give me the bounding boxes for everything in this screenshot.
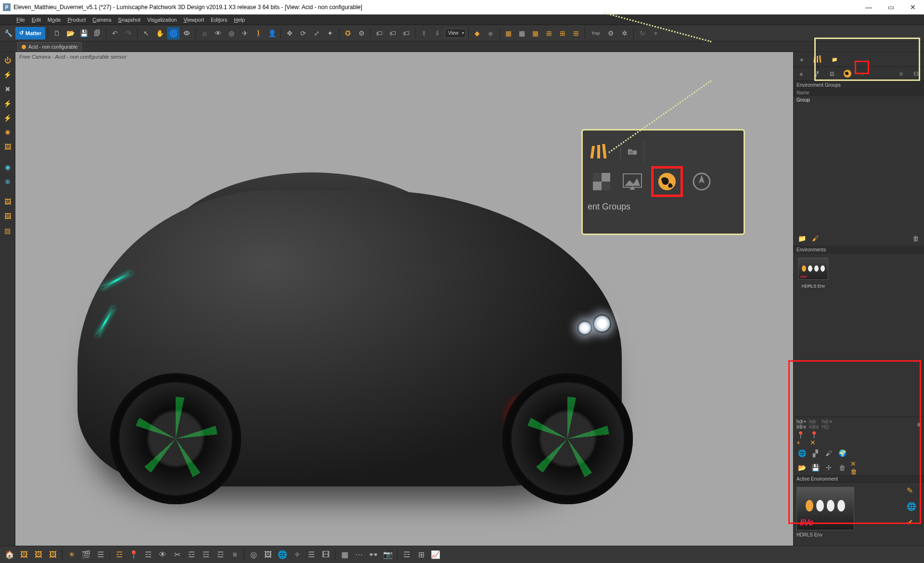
bt-stack-b-icon[interactable]: ☰ [305, 548, 318, 562]
grid-b-icon[interactable]: ▦ [516, 27, 528, 39]
menu-viewport[interactable]: Viewport [180, 16, 207, 24]
checker-small-icon[interactable]: ▞ [810, 448, 821, 458]
picture-a-icon[interactable]: 🖼 [1, 141, 14, 153]
rotate-gizmo-icon[interactable]: ⟳ [297, 27, 309, 39]
menu-file[interactable]: File [13, 16, 28, 24]
rp-cat-compass[interactable]: ✧ [855, 67, 871, 80]
orbit-icon[interactable]: 🌀 [167, 27, 180, 39]
globe-spin-icon[interactable]: 🌍 [837, 448, 847, 458]
assign-up-icon[interactable]: ⬆ [418, 27, 430, 39]
picture-c-icon[interactable]: 🖼 [1, 210, 14, 223]
camera-fly-icon[interactable]: ✈ [239, 27, 251, 39]
view-dropdown[interactable]: View [445, 28, 466, 38]
rp-cat-eye2[interactable]: ◈ [794, 67, 809, 80]
menu-help[interactable]: Help [231, 16, 248, 24]
menu-product[interactable]: Product [64, 16, 89, 24]
orbit-constrained-icon[interactable]: ⭖ [180, 27, 193, 39]
viewport-3d[interactable]: Free Camera - Acid - non configurable se… [15, 52, 793, 546]
rp-tab-folder-library[interactable]: 📁 [826, 52, 843, 66]
camera-home-icon[interactable]: ⌂ [198, 27, 211, 39]
assign-down-icon[interactable]: ⬇ [431, 27, 444, 39]
new-file-icon[interactable]: 🗋 [51, 27, 63, 39]
brush-icon[interactable]: 🖌 [810, 233, 821, 244]
move-gizmo-icon[interactable]: ✥ [283, 27, 296, 39]
brush-small-icon[interactable]: 🖌 [823, 448, 834, 458]
matter-mode-button[interactable]: ↺ Matter [15, 27, 45, 39]
pencil-icon[interactable]: ✎ [907, 486, 916, 495]
hdr-live-icon[interactable]: hdrli⦿e [809, 419, 819, 430]
env-thumb-hdrls[interactable]: liVe [798, 258, 828, 280]
document-tab-acid[interactable]: Acid - non configurable [17, 42, 82, 52]
bt-misc-a-icon[interactable]: ☲ [400, 548, 413, 562]
spark-b-icon[interactable]: ⚡ [1, 97, 14, 110]
axis-z-icon[interactable]: ⊞ [570, 27, 582, 39]
bt-stackz-icon[interactable]: ☲ [214, 548, 227, 562]
spark-x-icon[interactable]: ✖ [1, 83, 14, 95]
close-button[interactable]: ✕ [902, 0, 924, 14]
grid-c-icon[interactable]: ▦ [529, 27, 542, 39]
tag-icon[interactable]: 🏷 [373, 27, 385, 39]
grid-a-icon[interactable]: ▦ [502, 27, 515, 39]
open-folder-icon[interactable]: 📂 [64, 27, 77, 39]
pan-hand-icon[interactable]: ✋ [154, 27, 166, 39]
bt-seq-icon[interactable]: ⋯ [352, 548, 366, 562]
bt-picture-gear-icon[interactable]: 🖼 [46, 548, 60, 562]
bt-glasses-icon[interactable]: 👓 [367, 548, 380, 562]
menu-mode[interactable]: Mode [45, 16, 64, 24]
menu-snapshot[interactable]: Snapshot [115, 16, 143, 24]
bt-picture-a-icon[interactable]: 🖼 [17, 548, 31, 562]
bt-stackx-icon[interactable]: ☲ [185, 548, 198, 562]
bt-picture-b-icon[interactable]: 🖼 [32, 548, 45, 562]
rp-cat-checker[interactable]: ▞ [809, 67, 824, 80]
pin-add-icon[interactable]: 📍+ [796, 433, 807, 444]
camera-walk-icon[interactable]: 🚶 [252, 27, 265, 39]
bt-compass2-icon[interactable]: ✧ [290, 548, 304, 562]
bt-misc-b-icon[interactable]: ⊞ [414, 548, 428, 562]
bt-graph-icon[interactable]: 📈 [429, 548, 442, 562]
bt-pic-small-icon[interactable]: 🖼 [261, 548, 275, 562]
bt-stack-a-icon[interactable]: ☰ [94, 548, 107, 562]
menu-camera[interactable]: Camera [90, 16, 114, 24]
diamond-nav-icon[interactable]: ◆ [471, 27, 484, 39]
gizmo-free-icon[interactable]: ✦ [324, 27, 336, 39]
hdr-hq-icon[interactable]: hdr✕HQ [821, 419, 832, 430]
hdr-grid-icon[interactable]: ⊞ [917, 422, 921, 427]
undo-icon[interactable]: ↶ [109, 27, 121, 39]
active-env-thumb[interactable]: liVe [796, 487, 854, 530]
open-folder-small-icon[interactable]: 📂 [796, 462, 807, 473]
bt-cam-sm-icon[interactable]: 📷 [381, 548, 395, 562]
cross-a-icon[interactable]: ✢ [823, 462, 834, 473]
tag-minus-icon[interactable]: 🏷 [400, 27, 412, 39]
rp-cat-film[interactable]: 🎞 [909, 67, 924, 80]
settings-gear2-icon[interactable]: ⚙ [605, 27, 617, 39]
bt-clip-stack-icon[interactable]: ✂ [170, 548, 184, 562]
bt-layers-icon[interactable]: ☲ [113, 548, 126, 562]
trash-x-icon[interactable]: ✕🗑 [850, 462, 861, 473]
env-group-row[interactable]: Group [794, 96, 924, 104]
effect-a-icon[interactable]: ✪ [342, 27, 354, 39]
add-folder-icon[interactable]: 📁 [796, 233, 807, 244]
bt-pin-stack-icon[interactable]: 📍 [127, 548, 141, 562]
gear-small-icon[interactable]: ⚙ [355, 27, 368, 39]
bt-sun-icon[interactable]: ☀ [65, 548, 78, 562]
rp-cat-texture[interactable]: 🖼 [824, 67, 840, 80]
bt-clapper-icon[interactable]: 🎬 [79, 548, 93, 562]
delete-group-icon[interactable]: 🗑 [911, 233, 921, 244]
menu-edit[interactable]: Edit [29, 16, 44, 24]
picture-dashed-icon[interactable]: ▨ [1, 224, 14, 237]
eye-toggle-icon[interactable]: ◉ [1, 161, 14, 173]
bt-stacky-icon[interactable]: ☲ [199, 548, 213, 562]
rp-tab-library[interactable] [810, 52, 826, 66]
spark-a-icon[interactable]: ⚡ [1, 68, 14, 81]
camera-target-icon[interactable]: ◎ [225, 27, 238, 39]
redo-icon[interactable]: ↷ [122, 27, 135, 39]
settings-gear3-icon[interactable]: ✲ [618, 27, 631, 39]
eye-add-icon[interactable]: ⊕ [1, 175, 14, 188]
bt-scene-icon[interactable]: 🏠 [3, 548, 16, 562]
bt-layers2-icon[interactable]: ☲ [141, 548, 155, 562]
wrench-icon[interactable]: 🔧 [2, 27, 14, 39]
scale-gizmo-icon[interactable]: ⤢ [310, 27, 323, 39]
bt-eye-stack-icon[interactable]: 👁 [156, 548, 169, 562]
spark-c-icon[interactable]: ⚡ [1, 112, 14, 124]
axis-y-icon[interactable]: ⊞ [556, 27, 569, 39]
